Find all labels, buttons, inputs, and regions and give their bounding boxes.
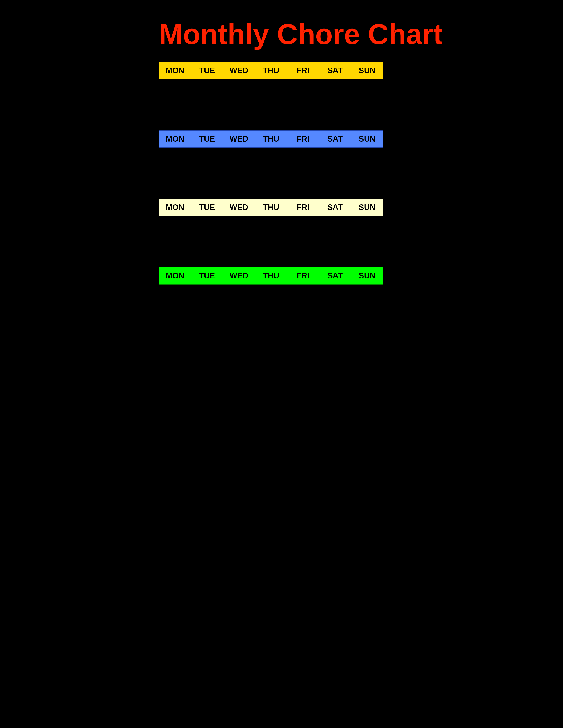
- week3-row: MON TUE WED THU FRI SAT SUN: [159, 199, 563, 216]
- week1-sat: SAT: [319, 62, 351, 79]
- week1-row: MON TUE WED THU FRI SAT SUN: [159, 62, 563, 79]
- week4-row: MON TUE WED THU FRI SAT SUN: [159, 267, 563, 285]
- week3-tue: TUE: [191, 199, 223, 216]
- week4-tue: TUE: [191, 267, 223, 285]
- week2-row: MON TUE WED THU FRI SAT SUN: [159, 130, 563, 148]
- week3-section: MON TUE WED THU FRI SAT SUN: [0, 199, 563, 216]
- week4-sun: SUN: [351, 267, 383, 285]
- week4-thu: THU: [255, 267, 287, 285]
- week2-wed: WED: [223, 130, 255, 148]
- page-title: Monthly Chore Chart: [159, 18, 563, 51]
- week1-tue: TUE: [191, 62, 223, 79]
- week3-wed: WED: [223, 199, 255, 216]
- week2-thu: THU: [255, 130, 287, 148]
- week3-mon: MON: [159, 199, 191, 216]
- week3-fri: FRI: [287, 199, 319, 216]
- page-container: Monthly Chore Chart MON TUE WED THU FRI …: [0, 0, 563, 728]
- week1-section: MON TUE WED THU FRI SAT SUN: [0, 62, 563, 79]
- week2-tue: TUE: [191, 130, 223, 148]
- week2-mon: MON: [159, 130, 191, 148]
- week1-wed: WED: [223, 62, 255, 79]
- week4-mon: MON: [159, 267, 191, 285]
- week2-fri: FRI: [287, 130, 319, 148]
- week1-sun: SUN: [351, 62, 383, 79]
- week3-sun: SUN: [351, 199, 383, 216]
- week4-sat: SAT: [319, 267, 351, 285]
- week2-sun: SUN: [351, 130, 383, 148]
- week2-sat: SAT: [319, 130, 351, 148]
- week3-thu: THU: [255, 199, 287, 216]
- week4-wed: WED: [223, 267, 255, 285]
- week4-fri: FRI: [287, 267, 319, 285]
- week1-fri: FRI: [287, 62, 319, 79]
- week3-sat: SAT: [319, 199, 351, 216]
- week1-thu: THU: [255, 62, 287, 79]
- week2-section: MON TUE WED THU FRI SAT SUN: [0, 130, 563, 148]
- week4-section: MON TUE WED THU FRI SAT SUN: [0, 267, 563, 285]
- week1-mon: MON: [159, 62, 191, 79]
